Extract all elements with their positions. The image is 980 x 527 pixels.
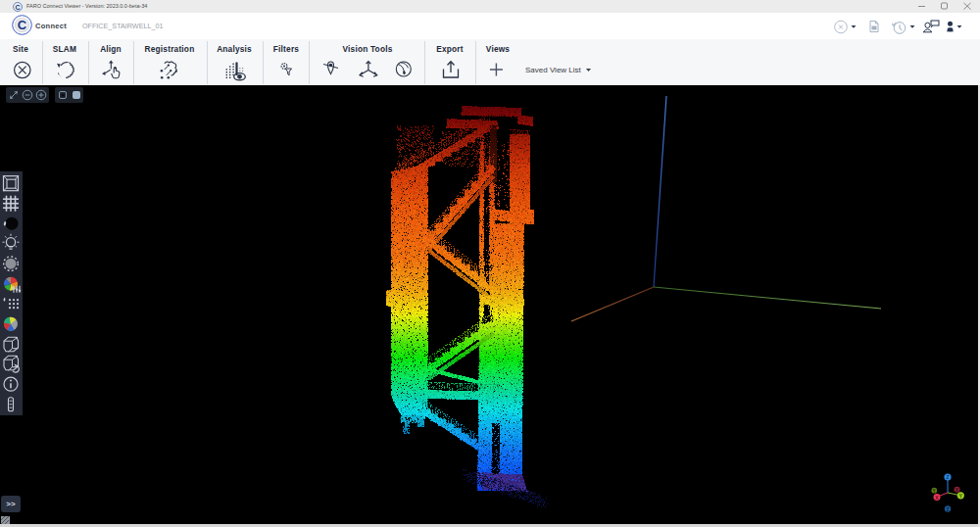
svg-text:C: C (18, 18, 27, 32)
svg-text:C: C (15, 4, 20, 11)
svg-text:X: X (935, 495, 939, 501)
svg-text:Saved View List: Saved View List (525, 66, 582, 74)
svg-text:Z: Z (946, 506, 949, 512)
svg-text:Y: Y (958, 493, 962, 499)
svg-text:Y: Y (933, 489, 936, 494)
